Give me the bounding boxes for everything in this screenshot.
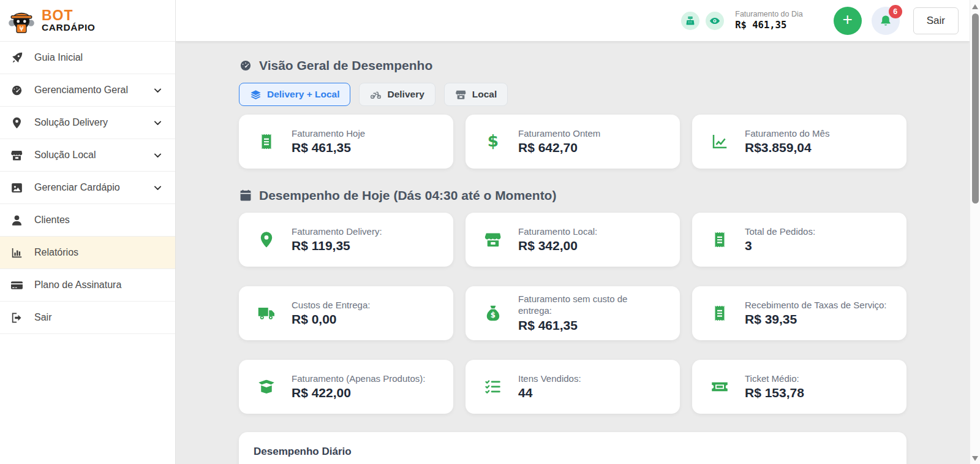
scroll-down-arrow[interactable] xyxy=(972,456,978,461)
dollar-icon: $ xyxy=(484,132,502,151)
stat-label: Faturamento Local: xyxy=(518,226,597,238)
daily-revenue: Faturamento do Dia R$ 461,35 xyxy=(735,10,802,31)
stat-value: R$ 39,35 xyxy=(745,311,887,327)
list-check-icon xyxy=(484,378,502,396)
stat-value: R$ 461,35 xyxy=(518,317,662,333)
chart-line-icon xyxy=(710,132,729,151)
stat-card: Faturamento Delivery: R$ 119,35 xyxy=(239,213,453,267)
stat-card: Faturamento (Apenas Produtos): R$ 422,00 xyxy=(239,360,453,414)
chevron-down-icon xyxy=(153,150,163,161)
map-pin-icon xyxy=(257,230,276,249)
bar-chart-icon xyxy=(10,246,23,259)
logout-button[interactable]: Sair xyxy=(913,7,959,34)
robot-mascot-icon xyxy=(7,7,36,34)
stat-card: Itens Vendidos: 44 xyxy=(466,360,680,414)
money-bag-icon: $ xyxy=(484,304,502,322)
box-open-icon xyxy=(257,378,276,396)
sidebar-item-guia-inicial[interactable]: Guia Inicial xyxy=(0,42,175,74)
today-title-text: Desempenho de Hoje (Dás 04:30 até o Mome… xyxy=(259,188,556,203)
stat-value: R$ 153,78 xyxy=(745,384,804,401)
stat-value: R$3.859,04 xyxy=(745,139,829,156)
sidebar-item-label: Plano de Assinatura xyxy=(34,280,163,291)
credit-card-icon xyxy=(10,279,23,292)
stat-label: Itens Vendidos: xyxy=(518,373,581,385)
sidebar: BOT CARDÁPIO Guia Inicial Gerenciamento … xyxy=(0,0,176,464)
ticket-icon xyxy=(710,378,729,396)
add-button[interactable]: + xyxy=(834,7,862,35)
stat-value: R$ 0,00 xyxy=(292,311,370,327)
daily-revenue-value: R$ 461,35 xyxy=(735,20,802,31)
topbar: Faturamento do Dia R$ 461,35 + 6 Sair xyxy=(176,0,970,42)
receipt-icon xyxy=(710,304,729,322)
store-icon xyxy=(484,230,502,249)
filter-button-delivery-local[interactable]: Delivery + Local xyxy=(239,83,350,106)
stat-label: Faturamento Delivery: xyxy=(292,226,382,238)
stat-label: Total de Pedidos: xyxy=(745,226,815,238)
sidebar-item-label: Sair xyxy=(34,312,163,323)
stat-label: Ticket Médio: xyxy=(745,373,804,385)
sidebar-nav: Guia Inicial Gerenciamento Geral Solução… xyxy=(0,42,175,334)
stat-card: Custos de Entrega: R$ 0,00 xyxy=(239,286,453,340)
image-icon xyxy=(10,181,23,194)
scroll-up-arrow[interactable] xyxy=(972,4,978,9)
svg-text:$: $ xyxy=(491,311,496,319)
eye-toggle-chip[interactable] xyxy=(706,12,724,30)
sidebar-item-solucao-delivery[interactable]: Solução Delivery xyxy=(0,107,175,139)
stat-label: Custos de Entrega: xyxy=(292,299,370,311)
chevron-down-icon xyxy=(153,118,163,128)
store-icon xyxy=(10,149,23,162)
stat-card: Recebimento de Taxas de Serviço: R$ 39,3… xyxy=(692,286,907,340)
filter-button-delivery[interactable]: Delivery xyxy=(359,83,435,106)
stat-value: R$ 461,35 xyxy=(292,139,365,156)
sidebar-item-solucao-local[interactable]: Solução Local xyxy=(0,139,175,172)
sidebar-item-label: Relatórios xyxy=(34,247,163,258)
sidebar-item-plano-de-assinatura[interactable]: Plano de Assinatura xyxy=(0,269,175,302)
sidebar-item-relatorios[interactable]: Relatórios xyxy=(0,237,175,269)
sidebar-item-clientes[interactable]: Clientes xyxy=(0,204,175,237)
stat-card: Faturamento do Mês R$3.859,04 xyxy=(692,115,907,169)
daily-performance-title: Desempenho Diário xyxy=(254,446,892,458)
sidebar-item-gerenciamento-geral[interactable]: Gerenciamento Geral xyxy=(0,74,175,107)
stat-value: R$ 119,35 xyxy=(292,237,382,254)
sign-out-icon xyxy=(10,311,23,324)
bot-cardapio-logo[interactable]: BOT CARDÁPIO xyxy=(0,0,175,42)
sidebar-item-label: Solução Local xyxy=(34,150,141,161)
person-icon xyxy=(10,214,23,227)
sidebar-item-label: Clientes xyxy=(34,215,163,226)
chevron-down-icon xyxy=(153,85,163,96)
receipt-icon xyxy=(257,132,276,151)
gauge-icon xyxy=(10,84,23,97)
motorcycle-icon xyxy=(370,89,382,101)
stat-value: R$ 642,70 xyxy=(518,139,600,156)
channel-filter-group: Delivery + Local Delivery Local xyxy=(239,83,907,106)
cash-register-chip[interactable] xyxy=(681,12,699,30)
stat-card: $ Faturamento sem custo de entrega: R$ 4… xyxy=(466,286,680,340)
calendar-icon xyxy=(239,189,252,202)
notifications-button[interactable]: 6 xyxy=(872,7,900,35)
cash-register-icon xyxy=(685,15,696,26)
sidebar-item-gerenciar-cardapio[interactable]: Gerenciar Cardápio xyxy=(0,172,175,204)
stat-label: Recebimento de Taxas de Serviço: xyxy=(745,299,887,311)
sidebar-item-label: Guia Inicial xyxy=(34,52,163,63)
stat-label: Faturamento Ontem xyxy=(518,127,600,140)
overview-section-title: Visão Geral de Desempenho xyxy=(239,58,907,73)
stat-card: Faturamento Local: R$ 342,00 xyxy=(466,213,680,267)
filter-button-local[interactable]: Local xyxy=(444,83,508,106)
app-window: BOT CARDÁPIO Guia Inicial Gerenciamento … xyxy=(0,0,980,464)
sidebar-item-sair[interactable]: Sair xyxy=(0,302,175,334)
store-icon xyxy=(455,89,467,101)
receipt-icon xyxy=(710,230,729,249)
stat-value: 44 xyxy=(518,384,581,401)
scrollbar-thumb[interactable] xyxy=(972,13,979,203)
stat-label: Faturamento sem custo de entrega: xyxy=(518,293,662,317)
svg-text:$: $ xyxy=(488,132,499,150)
stat-value: R$ 342,00 xyxy=(518,237,597,254)
stat-value: R$ 422,00 xyxy=(292,384,425,401)
chevron-down-icon xyxy=(153,183,163,193)
truck-icon xyxy=(257,304,276,322)
stat-card: Ticket Médio: R$ 153,78 xyxy=(692,360,907,414)
page-scrollbar[interactable] xyxy=(970,0,980,464)
stat-value: 3 xyxy=(745,237,815,254)
stat-card: Total de Pedidos: 3 xyxy=(692,213,907,267)
stat-card: $ Faturamento Ontem R$ 642,70 xyxy=(466,115,680,169)
